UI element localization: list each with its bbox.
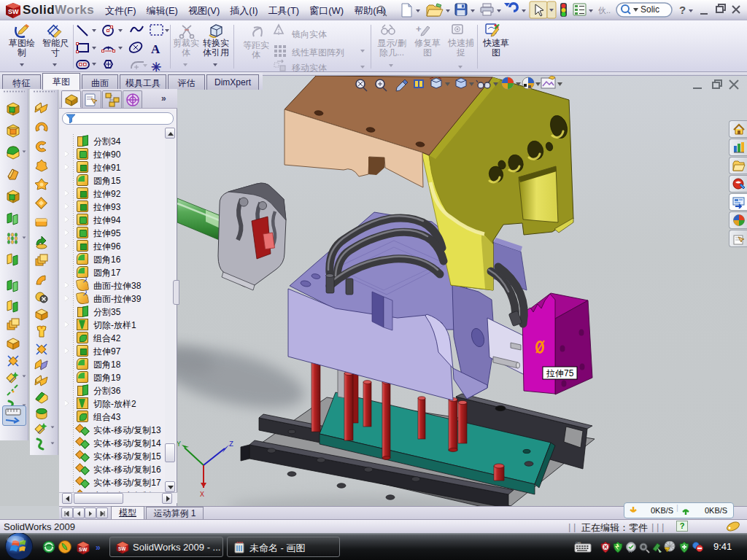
svg-text:»: » <box>96 542 101 553</box>
svg-text:?: ? <box>679 4 686 16</box>
svg-text:Z: Z <box>229 440 233 448</box>
svg-text:Solic: Solic <box>640 4 659 15</box>
svg-text:SW: SW <box>118 546 126 551</box>
svg-text:+: + <box>416 23 422 34</box>
svg-text:A: A <box>151 42 160 56</box>
svg-text:✳: ✳ <box>151 61 161 72</box>
svg-text:SW: SW <box>79 547 88 552</box>
svg-text:拉伸75: 拉伸75 <box>546 368 574 378</box>
svg-text:X: X <box>200 491 204 499</box>
svg-text:伙..: 伙.. <box>598 6 611 15</box>
svg-text:SW: SW <box>8 8 19 15</box>
svg-text:CHS: CHS <box>576 542 581 545</box>
